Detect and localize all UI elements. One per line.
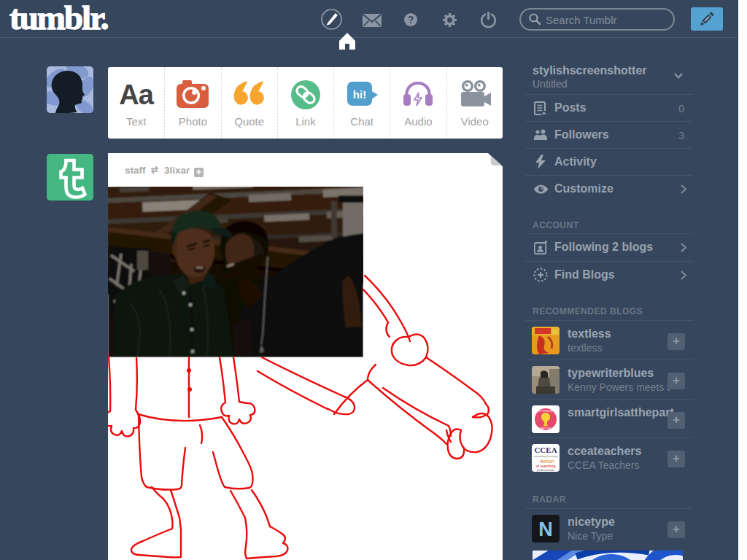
svg-text:hi!: hi!	[353, 88, 366, 101]
svg-text:SMART GIRLS: SMART GIRLS	[538, 427, 555, 430]
svg-text:?: ?	[408, 14, 414, 26]
svg-text:rewarding learning: rewarding learning	[534, 454, 558, 458]
svg-text:union: union	[541, 459, 554, 464]
svg-text:professionals: professionals	[537, 468, 554, 472]
svg-text:AMY POEHLER'S: AMY POEHLER'S	[535, 410, 556, 413]
svg-text:N: N	[538, 518, 553, 540]
svg-text:CCEA: CCEA	[534, 446, 557, 454]
